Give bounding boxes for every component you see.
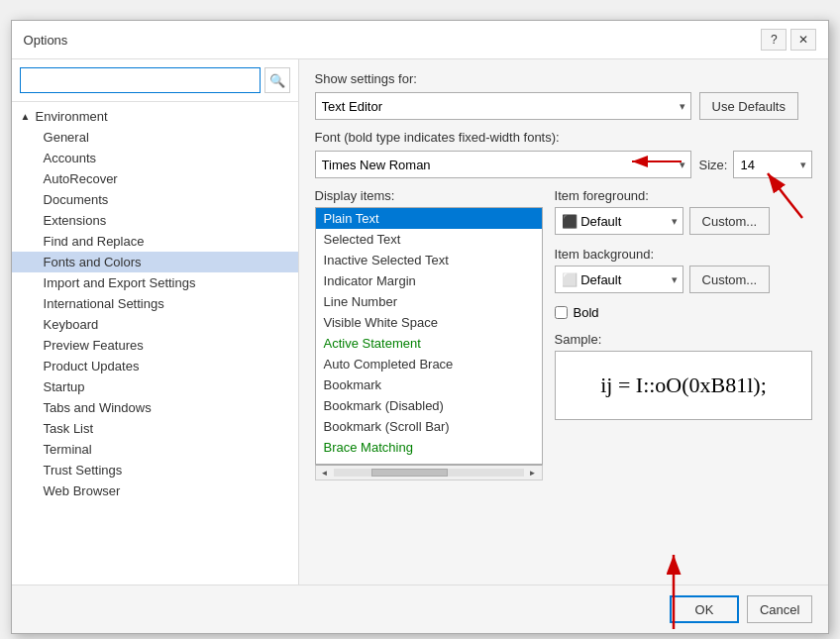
background-select-wrapper: ⬜ Default [555, 266, 683, 293]
list-box-wrapper: Plain Text Selected Text Inactive Select… [315, 207, 543, 465]
search-icon-btn[interactable]: 🔍 [264, 67, 290, 93]
dialog-footer: OK Cancel [12, 585, 829, 633]
sample-label: Sample: [555, 332, 813, 347]
options-dialog: Options ? ✕ 🔍 ▲ Environment General Acco… [11, 20, 830, 634]
list-item-visible-white-space[interactable]: Visible White Space [316, 312, 542, 333]
tree-root-environment[interactable]: ▲ Environment [12, 106, 298, 127]
tree-item-extensions[interactable]: Extensions [12, 210, 298, 231]
tree-item-import-export[interactable]: Import and Export Settings [12, 272, 298, 293]
foreground-section: Item foreground: ⬛ Default Custom... [555, 188, 813, 235]
tree-item-find-replace[interactable]: Find and Replace [12, 231, 298, 252]
background-color-row: ⬜ Default Custom... [555, 266, 813, 293]
foreground-custom-button[interactable]: Custom... [689, 207, 771, 235]
list-item-bookmark-disabled[interactable]: Bookmark (Disabled) [316, 395, 542, 416]
scroll-right-btn[interactable]: ► [526, 466, 540, 479]
title-bar: Options ? ✕ [12, 21, 829, 59]
tree-item-general[interactable]: General [12, 127, 298, 148]
tree-item-fonts-colors[interactable]: Fonts and Colors [12, 252, 298, 272]
list-item-auto-completed-brace[interactable]: Auto Completed Brace [316, 354, 542, 374]
left-panel: 🔍 ▲ Environment General Accounts AutoRec… [12, 59, 299, 585]
tree-item-keyboard[interactable]: Keyboard [12, 314, 298, 335]
bold-checkbox[interactable] [555, 306, 568, 319]
list-item-active-statement[interactable]: Active Statement [316, 333, 542, 354]
background-custom-button[interactable]: Custom... [689, 266, 771, 293]
dialog-body: 🔍 ▲ Environment General Accounts AutoRec… [12, 59, 829, 585]
size-label: Size: [699, 158, 728, 172]
tree-item-trust-settings[interactable]: Trust Settings [12, 460, 298, 480]
scroll-thumb [371, 469, 448, 477]
list-item-selected-text[interactable]: Selected Text [316, 229, 542, 250]
foreground-select-wrapper: ⬛ Default [555, 207, 683, 235]
tree-item-international[interactable]: International Settings [12, 293, 298, 314]
list-item-plain-text[interactable]: Plain Text [316, 208, 542, 229]
horizontal-scrollbar[interactable]: ◄ ► [315, 465, 543, 480]
sample-box: ij = I::oO(0xB81l); [555, 351, 813, 420]
red-arrow-font [622, 147, 691, 176]
display-items-list[interactable]: Plain Text Selected Text Inactive Select… [315, 207, 543, 465]
foreground-label: Item foreground: [555, 188, 813, 203]
list-item-indicator-margin[interactable]: Indicator Margin [316, 270, 542, 291]
foreground-color-row: ⬛ Default Custom... [555, 207, 813, 235]
right-controls-col: Item foreground: ⬛ Default Custom... [555, 188, 813, 480]
tree-item-task-list[interactable]: Task List [12, 418, 298, 439]
show-settings-label: Show settings for: [315, 71, 813, 86]
show-settings-select[interactable]: Text Editor [315, 92, 691, 120]
size-select-wrapper: 14 [733, 151, 812, 178]
tree-item-product-updates[interactable]: Product Updates [12, 356, 298, 376]
tree-item-accounts[interactable]: Accounts [12, 148, 298, 168]
bold-label[interactable]: Bold [574, 305, 599, 320]
tree-item-documents[interactable]: Documents [12, 189, 298, 210]
background-section: Item background: ⬜ Default Custom... [555, 247, 813, 293]
close-button[interactable]: ✕ [790, 29, 816, 51]
tree-item-terminal[interactable]: Terminal [12, 439, 298, 460]
sample-text: ij = I::oO(0xB81l); [600, 373, 767, 398]
size-area: Size: 14 [699, 151, 813, 178]
list-item-line-number[interactable]: Line Number [316, 291, 542, 312]
search-bar: 🔍 [12, 59, 298, 102]
scroll-track [334, 469, 524, 477]
search-icon: 🔍 [269, 73, 285, 88]
display-items-col: Display items: Plain Text Selected Text … [315, 188, 543, 480]
collapse-arrow-icon: ▲ [20, 111, 32, 123]
ok-button[interactable]: OK [670, 595, 739, 623]
tree-item-tabs-windows[interactable]: Tabs and Windows [12, 397, 298, 418]
use-defaults-button[interactable]: Use Defaults [699, 92, 798, 120]
cancel-button[interactable]: Cancel [747, 595, 812, 623]
columns-area: Display items: Plain Text Selected Text … [315, 188, 813, 480]
background-select[interactable]: ⬜ Default [555, 266, 683, 293]
right-panel: Show settings for: Text Editor Use Defau… [299, 59, 829, 585]
show-settings-row: Text Editor Use Defaults [315, 92, 813, 120]
help-button[interactable]: ? [761, 29, 787, 51]
show-settings-select-wrapper: Text Editor [315, 92, 691, 120]
display-items-label: Display items: [315, 188, 543, 203]
tree-root-label: Environment [36, 109, 108, 124]
bold-row: Bold [555, 305, 813, 320]
list-item-brace-matching[interactable]: Brace Matching [316, 437, 542, 458]
background-label: Item background: [555, 247, 813, 262]
size-select[interactable]: 14 [733, 151, 812, 178]
tree-item-preview[interactable]: Preview Features [12, 335, 298, 356]
title-bar-controls: ? ✕ [761, 29, 816, 51]
tree-container: ▲ Environment General Accounts AutoRecov… [12, 102, 298, 585]
list-item-inactive-selected[interactable]: Inactive Selected Text [316, 250, 542, 270]
foreground-select[interactable]: ⬛ Default [555, 207, 683, 235]
list-item-bookmark-scroll[interactable]: Bookmark (Scroll Bar) [316, 416, 542, 437]
tree-item-startup[interactable]: Startup [12, 376, 298, 397]
search-input[interactable] [20, 67, 261, 93]
scroll-left-btn[interactable]: ◄ [318, 466, 332, 479]
font-row: Times New Roman Size: [315, 151, 813, 178]
list-item-bookmark[interactable]: Bookmark [316, 374, 542, 395]
tree-item-web-browser[interactable]: Web Browser [12, 480, 298, 501]
font-label: Font (bold type indicates fixed-width fo… [315, 130, 813, 145]
tree-item-autorecover[interactable]: AutoRecover [12, 168, 298, 189]
sample-section: Sample: ij = I::oO(0xB81l); [555, 332, 813, 420]
dialog-title: Options [24, 33, 68, 48]
